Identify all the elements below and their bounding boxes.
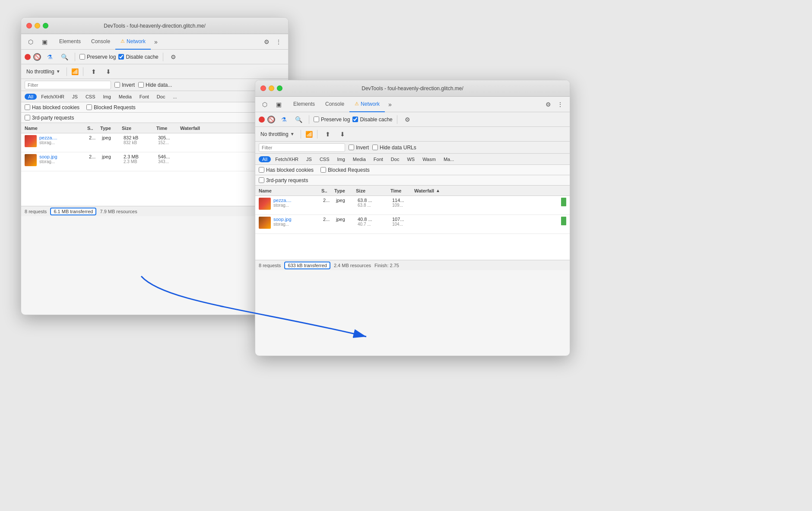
- maximize-button-1[interactable]: [43, 23, 48, 28]
- table-row-soop-2[interactable]: soop.jpg storag... 2... jpeg 40.8 ... 40…: [255, 215, 570, 234]
- tab-console-2[interactable]: Console: [320, 97, 349, 112]
- third-party-input-2[interactable]: [259, 177, 264, 183]
- preserve-log-checkbox-1[interactable]: Preserve log: [79, 54, 116, 60]
- col-name-1[interactable]: Name: [25, 126, 87, 131]
- tab-more-2[interactable]: »: [385, 99, 395, 110]
- col-time-1[interactable]: Time: [156, 126, 180, 131]
- table-row-pezza-1[interactable]: pezza.... storag... 2... jpeg 832 kB 832…: [21, 133, 288, 152]
- filter-tag-xhr-2[interactable]: Fetch/XHR: [272, 156, 302, 162]
- blocked-requests-1[interactable]: Blocked Requests: [86, 104, 136, 110]
- more-options-icon-1[interactable]: ⋮: [273, 36, 285, 48]
- filter-tag-doc-2[interactable]: Doc: [387, 156, 403, 162]
- filter-input-2[interactable]: [259, 143, 345, 152]
- invert-input-2[interactable]: [349, 145, 354, 150]
- blocked-requests-input-2[interactable]: [320, 167, 326, 173]
- col-time-2[interactable]: Time: [390, 188, 414, 193]
- hide-data-checkbox-1[interactable]: Hide data...: [138, 82, 172, 88]
- record-button-1[interactable]: [25, 54, 31, 60]
- filter-tag-ws-2[interactable]: WS: [403, 156, 418, 162]
- tab-network-1[interactable]: Network: [115, 34, 151, 50]
- filter-tag-css-2[interactable]: CSS: [316, 156, 333, 162]
- inspector-icon[interactable]: ▣: [38, 36, 51, 48]
- inspector-icon-2[interactable]: ▣: [273, 98, 285, 110]
- filter-tag-img-2[interactable]: Img: [334, 156, 349, 162]
- third-party-input-1[interactable]: [25, 115, 30, 120]
- preserve-log-input-2[interactable]: [314, 117, 319, 122]
- record-button-2[interactable]: [259, 117, 265, 123]
- filter-tag-img-1[interactable]: Img: [100, 94, 114, 100]
- upload-icon-2[interactable]: ⬆: [322, 128, 334, 140]
- blocked-cookies-1[interactable]: Has blocked cookies: [25, 104, 79, 110]
- search-icon-2[interactable]: 🔍: [292, 114, 304, 126]
- col-status-2[interactable]: S..: [321, 188, 334, 193]
- filter-tag-doc-1[interactable]: Doc: [153, 94, 169, 100]
- tab-elements-1[interactable]: Elements: [54, 34, 86, 50]
- pointer-icon-2[interactable]: ⬡: [259, 98, 271, 110]
- download-icon-2[interactable]: ⬇: [336, 128, 349, 140]
- filter-tag-font-2[interactable]: Font: [370, 156, 387, 162]
- third-party-1[interactable]: 3rd-party requests: [25, 115, 74, 121]
- minimize-button-1[interactable]: [35, 23, 40, 28]
- blocked-cookies-input-2[interactable]: [259, 167, 264, 173]
- throttle-select-1[interactable]: No throttling ▼: [25, 68, 62, 76]
- disable-cache-checkbox-1[interactable]: Disable cache: [118, 54, 158, 60]
- minimize-button-2[interactable]: [269, 85, 274, 91]
- settings-icon-2[interactable]: ⚙: [542, 98, 554, 110]
- hide-data-checkbox-2[interactable]: Hide data URLs: [372, 145, 416, 151]
- cache-settings-icon-1[interactable]: ⚙: [168, 51, 180, 63]
- filter-input-1[interactable]: [25, 81, 111, 89]
- invert-input-1[interactable]: [114, 82, 120, 88]
- col-status-1[interactable]: S..: [87, 126, 100, 131]
- table-row-soop-1[interactable]: soop.jpg storag... 2... jpeg 2.3 MB 2.3 …: [21, 152, 288, 171]
- cache-settings-icon-2[interactable]: ⚙: [402, 114, 414, 126]
- filter-tag-font-1[interactable]: Font: [136, 94, 152, 100]
- throttle-select-2[interactable]: No throttling ▼: [259, 130, 296, 138]
- pointer-icon[interactable]: ⬡: [25, 36, 37, 48]
- upload-icon-1[interactable]: ⬆: [88, 66, 100, 78]
- invert-checkbox-1[interactable]: Invert: [114, 82, 135, 88]
- blocked-cookies-input-1[interactable]: [25, 104, 30, 110]
- more-options-icon-2[interactable]: ⋮: [554, 98, 566, 110]
- col-type-2[interactable]: Type: [334, 188, 356, 193]
- maximize-button-2[interactable]: [277, 85, 282, 91]
- tab-network-2[interactable]: Network: [349, 97, 385, 112]
- filter-icon-2[interactable]: ⚗: [278, 114, 290, 126]
- close-button-2[interactable]: [260, 85, 266, 91]
- clear-button-1[interactable]: 🚫: [33, 53, 41, 61]
- search-icon-1[interactable]: 🔍: [58, 51, 70, 63]
- disable-cache-input-1[interactable]: [118, 54, 124, 60]
- invert-checkbox-2[interactable]: Invert: [349, 145, 369, 151]
- filter-tag-all-1[interactable]: All: [25, 94, 37, 100]
- clear-button-2[interactable]: 🚫: [267, 116, 275, 123]
- col-type-1[interactable]: Type: [100, 126, 122, 131]
- blocked-requests-input-1[interactable]: [86, 104, 92, 110]
- hide-data-input-1[interactable]: [138, 82, 144, 88]
- tab-elements-2[interactable]: Elements: [288, 97, 320, 112]
- col-size-1[interactable]: Size: [122, 126, 156, 131]
- filter-tag-media-1[interactable]: Media: [115, 94, 135, 100]
- blocked-requests-2[interactable]: Blocked Requests: [320, 167, 370, 173]
- tab-console-1[interactable]: Console: [86, 34, 115, 50]
- blocked-cookies-2[interactable]: Has blocked cookies: [259, 167, 314, 173]
- settings-icon-1[interactable]: ⚙: [260, 36, 273, 48]
- hide-data-input-2[interactable]: [372, 145, 378, 150]
- filter-tag-js-1[interactable]: JS: [69, 94, 81, 100]
- disable-cache-input-2[interactable]: [352, 117, 358, 122]
- col-size-2[interactable]: Size: [356, 188, 390, 193]
- table-row-pezza-2[interactable]: pezza.... storag... 2... jpeg 63.8 ... 6…: [255, 196, 570, 215]
- close-button-1[interactable]: [26, 23, 32, 28]
- filter-tag-css-1[interactable]: CSS: [82, 94, 99, 100]
- filter-tag-js-2[interactable]: JS: [303, 156, 315, 162]
- preserve-log-input-1[interactable]: [79, 54, 85, 60]
- third-party-2[interactable]: 3rd-party requests: [259, 177, 308, 183]
- filter-tag-all-2[interactable]: All: [259, 156, 271, 162]
- disable-cache-checkbox-2[interactable]: Disable cache: [352, 117, 392, 123]
- download-icon-1[interactable]: ⬇: [102, 66, 114, 78]
- preserve-log-checkbox-2[interactable]: Preserve log: [314, 117, 350, 123]
- col-waterfall-2[interactable]: Waterfall ▲: [414, 188, 566, 193]
- tab-more-1[interactable]: »: [151, 37, 161, 47]
- filter-icon-1[interactable]: ⚗: [44, 51, 56, 63]
- filter-tag-wasm-2[interactable]: Wasm: [419, 156, 439, 162]
- filter-tag-xhr-1[interactable]: Fetch/XHR: [38, 94, 68, 100]
- col-name-2[interactable]: Name: [259, 188, 321, 193]
